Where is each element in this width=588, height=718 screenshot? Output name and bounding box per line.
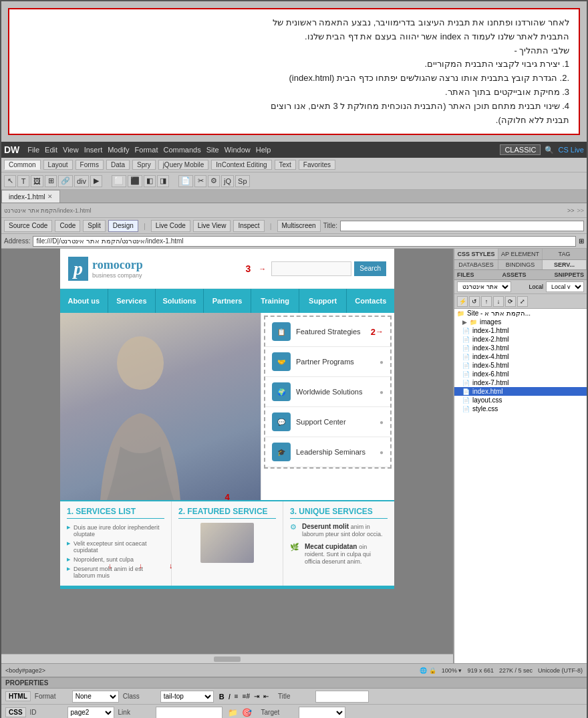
local-dropdown[interactable]: Local v	[546, 281, 584, 292]
live-view-btn[interactable]: Live View	[193, 220, 231, 232]
download-icon[interactable]: ↓	[493, 296, 504, 307]
search-icon[interactable]: 🔍	[545, 146, 554, 154]
tab-spry[interactable]: Spry	[132, 160, 156, 170]
refresh-icon[interactable]: ↺	[469, 296, 480, 307]
nav-about[interactable]: About us	[60, 289, 108, 313]
ft-index6[interactable]: 📄 index-6.html	[454, 370, 587, 378]
menu-site[interactable]: Site	[206, 146, 219, 154]
ft-index7[interactable]: 📄 index-7.html	[454, 378, 587, 387]
menu-help[interactable]: Help	[256, 146, 271, 154]
rp-stab-databases[interactable]: DATABASES	[454, 260, 498, 269]
tab-forms[interactable]: Forms	[76, 160, 104, 170]
address-input[interactable]	[33, 236, 576, 247]
ordered-list-btn[interactable]: ≡#	[243, 693, 250, 700]
source-code-btn[interactable]: Source Code	[4, 220, 52, 232]
file-tab-close[interactable]: ✕	[47, 193, 53, 200]
icon-table[interactable]: ⊞	[45, 175, 57, 187]
rp-stab-bindings[interactable]: BINDINGS	[498, 260, 543, 269]
link-input[interactable]	[156, 707, 223, 718]
assets-tab[interactable]: ASSETS	[502, 271, 526, 278]
expand-icon[interactable]: ⤢	[517, 296, 528, 307]
nav-partners[interactable]: Partners	[204, 289, 252, 313]
tab-layout[interactable]: Layout	[43, 160, 73, 170]
connect-icon[interactable]: ⚡	[457, 296, 468, 307]
side-item-partner[interactable]: 🤝 Partner Programs ●	[265, 347, 390, 377]
side-item-worldwide[interactable]: 🌍 Worldwide Solutions ●	[265, 377, 390, 407]
right-panel-collapse[interactable]: >>	[577, 207, 584, 214]
css-btn[interactable]: CSS	[5, 707, 26, 717]
tab-incontext[interactable]: InContext Editing	[211, 160, 271, 170]
icon-layout4[interactable]: ◨	[157, 175, 169, 187]
icon-link[interactable]: 🔗	[58, 175, 73, 187]
side-item-support[interactable]: 💬 Support Center ●	[265, 407, 390, 437]
icon-layout1[interactable]: ⬜	[112, 175, 126, 187]
id-select[interactable]: page2	[67, 707, 114, 718]
target-select[interactable]	[299, 707, 345, 718]
ft-index4[interactable]: 📄 index-4.html	[454, 352, 587, 361]
rp-tab-tag[interactable]: TAG	[543, 249, 587, 259]
h-scrollbar-thumb[interactable]	[214, 656, 241, 662]
file-tab-index1[interactable]: index-1.html ✕	[1, 190, 60, 203]
title-prop-input[interactable]	[315, 691, 369, 703]
classic-badge[interactable]: CLASSIC	[500, 144, 541, 155]
bold-btn[interactable]: B	[219, 693, 225, 701]
rp-tab-css-styles[interactable]: CSS STYLES	[454, 249, 498, 259]
nav-services[interactable]: Services	[108, 289, 156, 313]
menu-format[interactable]: Format	[135, 146, 158, 154]
icon-jquery[interactable]: jQ	[221, 175, 234, 187]
tab-text[interactable]: Text	[275, 160, 296, 170]
menu-insert[interactable]: Insert	[84, 146, 103, 154]
nav-solutions[interactable]: Solutions	[156, 289, 204, 313]
title-input[interactable]	[340, 221, 584, 231]
ft-index[interactable]: 📄 index.html	[454, 387, 587, 396]
breadcrumb-body[interactable]: <body#page2>	[5, 667, 45, 674]
inspect-btn[interactable]: Inspect	[233, 220, 264, 232]
ft-layout-css[interactable]: 📄 layout.css	[454, 396, 587, 404]
ft-site-root[interactable]: 📁 Site - הקמת אתר א...	[454, 309, 587, 318]
nav-training[interactable]: Training	[251, 289, 299, 313]
ft-index5[interactable]: 📄 index-5.html	[454, 361, 587, 370]
site-dropdown[interactable]: אתר אינטרנט	[457, 281, 511, 292]
icon-widget[interactable]: ⚙	[208, 175, 220, 187]
ft-index2[interactable]: 📄 index-2.html	[454, 335, 587, 344]
code-btn[interactable]: Code	[55, 220, 80, 232]
multiscreen-btn[interactable]: Multiscreen	[277, 220, 321, 232]
search-button[interactable]: Search	[354, 261, 386, 276]
menu-edit[interactable]: Edit	[45, 146, 57, 154]
ft-style-css[interactable]: 📄 style.css	[454, 404, 587, 413]
tab-common[interactable]: Common	[4, 160, 41, 170]
list-btn[interactable]: ≡	[235, 693, 239, 700]
icon-template[interactable]: 📄	[178, 175, 193, 187]
menu-file[interactable]: File	[27, 146, 39, 154]
rp-tab-ap-element[interactable]: AP ELEMENT	[498, 249, 543, 259]
h-scrollbar[interactable]	[1, 654, 453, 663]
tab-data[interactable]: Data	[106, 160, 130, 170]
design-btn[interactable]: Design	[108, 220, 138, 232]
rp-stab-serv[interactable]: SERV...	[543, 260, 587, 269]
icon-text[interactable]: T	[17, 175, 29, 187]
icon-div[interactable]: div	[74, 175, 89, 187]
class-select[interactable]: tail-top	[160, 691, 214, 703]
italic-btn[interactable]: I	[229, 693, 231, 701]
search-input[interactable]	[271, 261, 351, 276]
tab-favorites[interactable]: Favorites	[299, 160, 335, 170]
ft-images-folder[interactable]: ▶ 📁 images	[454, 318, 587, 326]
icon-cursor[interactable]: ↖	[4, 175, 16, 187]
files-tab[interactable]: FILES	[457, 271, 474, 278]
split-btn[interactable]: Split	[83, 220, 105, 232]
outdent-btn[interactable]: ⇤	[263, 693, 269, 700]
snippets-tab[interactable]: SNIPPETS	[554, 271, 584, 278]
icon-layout3[interactable]: ◧	[144, 175, 156, 187]
html-btn[interactable]: HTML	[5, 691, 31, 701]
icon-layout2[interactable]: ⬛	[128, 175, 142, 187]
live-code-btn[interactable]: Live Code	[151, 220, 190, 232]
format-select[interactable]: None	[72, 691, 119, 703]
sync-icon[interactable]: ⟳	[505, 296, 516, 307]
icon-image[interactable]: 🖼	[31, 175, 43, 187]
address-go-icon[interactable]: ⊞	[579, 237, 584, 245]
tab-jquery-mobile[interactable]: jQuery Mobile	[158, 160, 209, 170]
browse-link-icon[interactable]: 📁	[228, 708, 238, 717]
target-icon[interactable]: 🎯	[242, 708, 252, 717]
icon-spry[interactable]: Sp	[235, 175, 249, 187]
cs-live-label[interactable]: CS Live	[558, 146, 584, 154]
